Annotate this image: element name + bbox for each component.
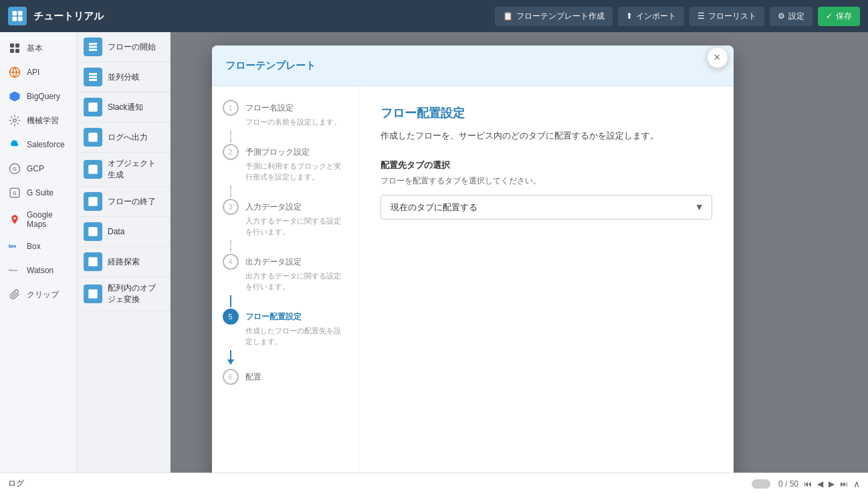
svg-rect-4 [10,44,14,48]
flow-slack-icon [84,98,102,116]
step-5: 5 フロー配置設定 作成したフローの配置先を設定します。 [223,309,348,347]
step-4-label: 出力データ設定 [245,254,348,268]
flow-log-icon [84,128,102,147]
gcp-icon: G [8,162,21,175]
step-2-content: 予測ブロック設定 予測に利用するブロックと実行形式を設定します。 [245,144,348,183]
step-1-label: フロー名設定 [245,100,348,114]
flow-item-data[interactable]: Data [77,217,170,247]
flow-item-label-5: オブジェクト生成 [108,158,163,181]
flow-item-obj[interactable]: オブジェクト生成 [77,153,170,187]
log-arrow-icon[interactable]: ∧ [853,479,860,489]
sidebar-item-api[interactable]: API [0,60,76,84]
step-5-number: 5 [223,309,239,325]
sidebar-item-bigquery[interactable]: BigQuery [0,84,76,108]
flow-item-slack[interactable]: Slack通知 [77,92,170,122]
svg-point-9 [13,119,17,122]
sidebar-label-bigquery: BigQuery [27,92,60,101]
flow-item-label-9: 配列内のオブジェ変換 [108,282,163,305]
sidebar-label-googlemaps: Google Maps [27,210,68,229]
flow-template-button[interactable]: 📋 フローテンプレート作成 [495,7,613,26]
toggle-switch[interactable] [752,479,773,489]
flow-item-label-6: フローの終了 [108,196,156,208]
sidebar-item-gcp[interactable]: G GCP [0,157,76,181]
sidebar-label-ml: 機械学習 [27,115,59,127]
step-4: 4 出力データ設定 出力するデータに関する設定を行います。 [223,254,348,293]
svg-rect-22 [88,289,98,299]
modal-body: 1 フロー名設定 フローの名前を設定します。 2 [212,86,734,475]
sidebar-label-box: Box [27,242,41,251]
ml-icon [8,114,21,127]
sidebar-item-googlemaps[interactable]: Google Maps [0,205,76,234]
flow-list-icon: ☰ [697,11,705,21]
flow-item-log[interactable]: ログへ出力 [77,122,170,153]
api-icon [8,66,21,79]
svg-text:box: box [9,244,17,248]
step-5-desc: 作成したフローの配置先を設定します。 [245,325,348,347]
tab-select[interactable]: 現在のタブに配置する 新しいタブに配置する [381,195,712,220]
sidebar-label-clip: クリップ [27,289,59,301]
modal-close-button[interactable]: × [707,47,728,68]
svg-rect-20 [88,227,98,236]
settings-button[interactable]: ⚙ 設定 [770,7,812,26]
steps-panel: 1 フロー名設定 フローの名前を設定します。 2 [212,86,359,475]
nav-next-icon[interactable]: ▶ [829,479,835,489]
header-left: チュートリアル [8,7,104,25]
sidebar-label-watson: Watson [27,266,53,275]
step-3-label: 入力データ設定 [245,199,348,213]
modal-title: フローテンプレート [225,60,316,72]
flow-route-icon [84,252,102,271]
sidebar-item-salesforce[interactable]: Salesforce [0,133,76,157]
log-bar: ログ 0 / 50 ⏮ ◀ ▶ ⏭ ∧ [0,473,868,494]
nav-last-icon[interactable]: ⏭ [840,479,848,489]
app-title: チュートリアル [33,10,104,23]
step-1-number: 1 [223,100,239,116]
sidebar-item-clip[interactable]: クリップ [0,282,76,307]
sidebar-label-kihon: 基本 [27,43,43,54]
flow-item-end[interactable]: フローの終了 [77,187,170,217]
flow-item-label-3: Slack通知 [108,102,143,113]
log-right: 0 / 50 ⏮ ◀ ▶ ⏭ ∧ [752,479,860,489]
nav-prev-icon[interactable]: ◀ [817,479,823,489]
step-2-label: 予測ブロック設定 [245,144,348,158]
box-icon: box [8,240,21,253]
maps-icon [8,213,21,226]
step-2-number: 2 [223,144,239,160]
modal-overlay: フローテンプレート × 1 フロー名設定 フローの名前を設 [77,32,868,494]
step-3-number: 3 [223,199,239,215]
step-4-desc: 出力するデータに関する設定を行います。 [245,270,348,293]
step-2-desc: 予測に利用するブロックと実行形式を設定します。 [245,161,348,183]
svg-text:Watson: Watson [9,268,18,272]
settings-label: 設定 [788,11,804,22]
svg-text:G: G [13,191,16,195]
step-4-number: 4 [223,254,239,270]
app-logo [8,7,27,25]
grid-icon [8,42,21,55]
flow-list-button[interactable]: ☰ フローリスト [689,7,764,26]
flow-item-array[interactable]: 配列内のオブジェ変換 [77,277,170,311]
step-connector-2 [230,185,231,197]
step-6-number: 6 [223,369,239,385]
svg-marker-24 [227,359,234,365]
step-connector-1 [230,131,231,143]
import-button[interactable]: ⬆ インポート [618,7,684,26]
sidebar-item-ml[interactable]: 機械学習 [0,108,76,133]
flow-item-label-2: 並列分岐 [108,72,140,83]
flow-item-start[interactable]: フローの開始 [77,32,170,62]
header: チュートリアル 📋 フローテンプレート作成 ⬆ インポート ☰ フローリスト ⚙… [0,0,868,32]
flow-item-parallel[interactable]: 並列分岐 [77,62,170,92]
nav-first-icon[interactable]: ⏮ [804,479,812,489]
sidebar-item-kihon[interactable]: 基本 [0,36,76,60]
step-5-content: フロー配置設定 作成したフローの配置先を設定します。 [245,309,348,347]
flow-template-label: フローテンプレート作成 [516,11,605,22]
flow-template-icon: 📋 [503,11,513,21]
save-button[interactable]: ✓ 保存 [818,7,860,26]
svg-rect-17 [88,133,98,142]
svg-rect-21 [88,257,98,266]
sidebar-label-api: API [27,68,39,77]
svg-rect-2 [13,17,17,21]
counter-label: 0 / 50 [778,479,798,489]
sidebar-item-watson[interactable]: Watson Watson [0,258,76,282]
sidebar-item-gsuite[interactable]: G G Suite [0,181,76,205]
flow-item-route[interactable]: 経路探索 [77,247,170,277]
sidebar-item-box[interactable]: box Box [0,234,76,258]
